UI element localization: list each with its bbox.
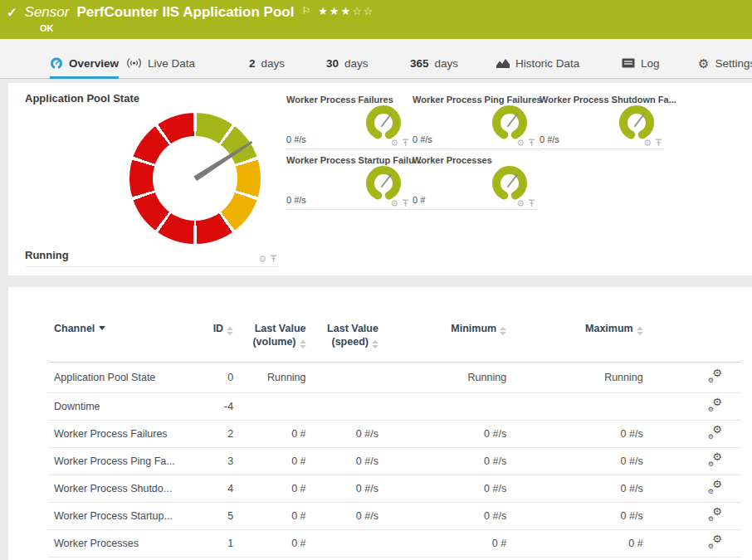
page-title: PerfCounter IIS Application Pool [76, 3, 294, 22]
main-gauge-value-row[interactable]: Running ⚙ [25, 246, 279, 267]
channel-name[interactable]: Worker Process Shutdo... [48, 475, 187, 503]
last-value-speed [306, 363, 378, 393]
channel-id: 3 [187, 448, 234, 475]
minimum-value: 0 #/s [378, 475, 506, 503]
col-header-last-speed[interactable]: Last Value (speed) [306, 287, 378, 363]
tab-label: Live Data [148, 57, 195, 70]
channel-gear-icon[interactable]: ⚙ [643, 139, 652, 147]
mini-gauge-worker-process-startup-failures[interactable]: Worker Process Startup Failu... 0 #/s ⚙ [286, 153, 411, 210]
channel-id: -4 [187, 393, 234, 421]
last-value-volume: 0 # [233, 448, 305, 475]
mini-gauge-value: 0 #/s [286, 134, 306, 144]
tab-label: Log [641, 57, 660, 70]
tab-30-days[interactable]: 30 days [326, 50, 369, 79]
sensor-header: ✓ Sensor PerfCounter IIS Application Poo… [0, 0, 752, 39]
last-value-volume: Running [233, 363, 305, 393]
channel-table-panel: Channel ID Last Value (volume) Last Valu… [8, 287, 752, 560]
col-header-id[interactable]: ID [187, 287, 234, 363]
channel-settings-icon[interactable]: ⚙⚙ [708, 454, 722, 466]
channel-settings-icon[interactable]: ⚙⚙ [708, 536, 722, 548]
mini-gauge-worker-processes[interactable]: Worker Processes 0 # ⚙ [413, 153, 537, 210]
col-header-channel[interactable]: Channel [48, 287, 187, 363]
channel-settings-icon[interactable]: ⚙⚙ [708, 399, 722, 411]
log-icon [622, 58, 635, 68]
col-header-settings [643, 287, 741, 363]
pin-icon[interactable] [402, 139, 409, 147]
tab-settings[interactable]: ⚙ Settings [698, 50, 752, 79]
maximum-value: 0 #/s [506, 475, 643, 503]
status-badge: OK [40, 23, 54, 33]
tab-bar: Overview Live Data 2 days 30 days 365 da… [0, 39, 752, 79]
tab-number: 365 [410, 57, 429, 70]
channel-gear-icon[interactable]: ⚙ [390, 199, 398, 207]
tab-log[interactable]: Log [622, 50, 660, 79]
channel-settings-icon[interactable]: ⚙⚙ [708, 481, 722, 494]
mini-gauge-value: 0 #/s [286, 195, 306, 205]
channel-gear-icon[interactable]: ⚙ [258, 255, 266, 263]
col-header-minimum[interactable]: Minimum [378, 287, 506, 363]
overview-panel: Application Pool State Running ⚙ Worker … [8, 83, 752, 275]
pin-icon[interactable] [270, 255, 277, 263]
sort-icon [372, 340, 378, 348]
mini-gauge-dial [616, 103, 657, 141]
last-value-volume: 0 # [233, 530, 305, 558]
application-pool-state-gauge [129, 113, 261, 244]
last-value-speed: 0 #/s [306, 475, 378, 503]
gear-icon: ⚙ [698, 57, 709, 70]
table-row: Worker Process Failures 2 0 # 0 #/s 0 #/… [48, 421, 741, 448]
pin-icon[interactable] [528, 139, 535, 147]
table-row: Worker Process Ping Fa... 3 0 # 0 #/s 0 … [48, 448, 741, 475]
tab-label: days [435, 57, 459, 70]
priority-stars[interactable]: ★★★☆☆ [318, 5, 374, 17]
channel-gear-icon[interactable]: ⚙ [516, 199, 525, 207]
flag-icon[interactable]: ⚐ [301, 4, 310, 17]
channel-settings-icon[interactable]: ⚙⚙ [708, 370, 722, 382]
channel-name[interactable]: Worker Process Failures [48, 421, 187, 448]
col-header-last-volume[interactable]: Last Value (volume) [233, 287, 305, 363]
mini-gauge-title: Worker Processes [413, 155, 492, 165]
mini-gauge-worker-process-failures[interactable]: Worker Process Failures 0 #/s ⚙ [286, 93, 411, 149]
mini-gauge-worker-process-ping-failures[interactable]: Worker Process Ping Failures 0 #/s ⚙ [413, 93, 537, 149]
channel-name[interactable]: Worker Processes [48, 530, 187, 558]
channel-id: 5 [187, 503, 234, 530]
sort-icon [300, 340, 306, 348]
table-row: Application Pool State 0 Running Running… [48, 363, 741, 393]
channel-name[interactable]: Downtime [48, 393, 187, 421]
col-header-maximum[interactable]: Maximum [506, 287, 643, 363]
status-check-icon: ✓ [7, 3, 17, 22]
maximum-value: 0 #/s [506, 421, 643, 448]
channel-settings-icon[interactable]: ⚙⚙ [708, 509, 722, 521]
table-row: Downtime -4 ⚙⚙ [48, 393, 741, 421]
channel-name[interactable]: Worker Process Startup... [48, 503, 187, 530]
mini-gauge-dial [363, 103, 404, 141]
tab-2-days[interactable]: 2 days [249, 50, 285, 79]
channel-gear-icon[interactable]: ⚙ [516, 139, 525, 147]
channel-name[interactable]: Application Pool State [48, 363, 187, 393]
last-value-volume: 0 # [233, 421, 305, 448]
channel-name[interactable]: Worker Process Ping Fa... [48, 448, 187, 475]
tab-overview[interactable]: Overview [50, 50, 119, 79]
tab-live-data[interactable]: Live Data [126, 50, 195, 79]
mini-gauge-dial [489, 103, 530, 141]
mini-gauge-value: 0 # [413, 195, 425, 205]
tab-365-days[interactable]: 365 days [410, 50, 458, 79]
channel-id: 0 [187, 363, 234, 393]
pin-icon[interactable] [528, 199, 535, 207]
channel-id: 4 [187, 475, 234, 503]
table-row: Worker Process Shutdo... 4 0 # 0 #/s 0 #… [48, 475, 741, 503]
historic-data-icon [496, 58, 510, 69]
sensor-kind-label: Sensor [25, 3, 70, 22]
pin-icon[interactable] [402, 199, 409, 207]
sort-icon [637, 327, 643, 335]
channel-settings-icon[interactable]: ⚙⚙ [708, 426, 722, 439]
tab-historic-data[interactable]: Historic Data [496, 50, 579, 79]
mini-gauge-worker-process-shutdown-failures[interactable]: Worker Process Shutdown Fa... 0 #/s ⚙ [540, 93, 664, 149]
tab-label: Settings [715, 57, 752, 70]
channel-gear-icon[interactable]: ⚙ [390, 139, 398, 147]
live-data-icon [126, 57, 142, 69]
sort-icon [227, 327, 233, 335]
maximum-value [506, 393, 643, 421]
pin-icon[interactable] [655, 139, 662, 147]
tab-label: days [261, 57, 286, 70]
maximum-value: 0 # [506, 530, 643, 558]
